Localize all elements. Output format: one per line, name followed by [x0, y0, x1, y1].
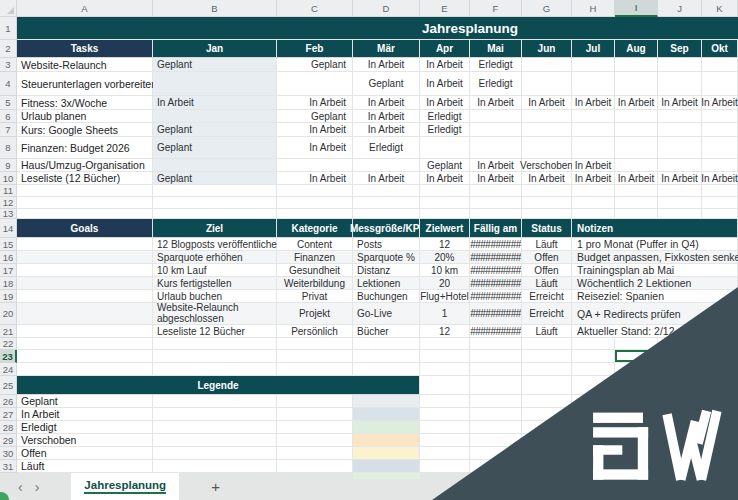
empty-cell[interactable]: [522, 338, 572, 350]
row-number[interactable]: 20: [0, 303, 17, 325]
task-status-cell[interactable]: [615, 159, 658, 172]
empty-cell[interactable]: [153, 421, 277, 434]
task-status-cell[interactable]: [702, 58, 738, 72]
empty-cell[interactable]: [277, 447, 353, 460]
empty-cell[interactable]: [277, 185, 353, 197]
task-status-cell[interactable]: [658, 58, 702, 72]
column-header-E[interactable]: E: [420, 0, 470, 17]
task-status-cell[interactable]: Verschoben: [522, 159, 572, 172]
empty-cell[interactable]: [277, 350, 353, 363]
task-status-cell[interactable]: [658, 137, 702, 159]
empty-cell[interactable]: [470, 363, 522, 376]
goal-faellig-am-cell[interactable]: ##########: [470, 303, 522, 325]
task-status-cell[interactable]: [420, 137, 470, 159]
task-status-cell[interactable]: In Arbeit: [572, 172, 615, 185]
empty-cell[interactable]: [615, 185, 658, 197]
legend-swatch-cell[interactable]: [353, 447, 420, 460]
month-header-Feb[interactable]: Feb: [277, 40, 353, 58]
task-name-cell[interactable]: Website-Relaunch: [17, 58, 153, 72]
empty-cell[interactable]: [17, 303, 153, 325]
empty-cell[interactable]: [17, 350, 153, 363]
goal-status-cell[interactable]: Erreicht: [522, 290, 572, 303]
legend-swatch-cell[interactable]: [353, 408, 420, 421]
task-status-cell[interactable]: Geplant: [353, 72, 420, 96]
row-number[interactable]: 9: [0, 159, 17, 172]
row-number[interactable]: 1: [0, 17, 17, 40]
empty-cell[interactable]: [470, 209, 522, 219]
goal-kpi-cell[interactable]: Distanz: [353, 264, 420, 277]
empty-cell[interactable]: [17, 264, 153, 277]
goal-faellig-am-cell[interactable]: ##########: [470, 251, 522, 264]
task-status-cell[interactable]: [153, 110, 277, 123]
task-status-cell[interactable]: In Arbeit: [702, 172, 738, 185]
task-status-cell[interactable]: Geplant: [153, 137, 277, 159]
empty-cell[interactable]: [702, 209, 738, 219]
task-status-cell[interactable]: In Arbeit: [470, 159, 522, 172]
empty-cell[interactable]: [277, 395, 353, 408]
legend-label-cell[interactable]: Erledigt: [17, 421, 153, 434]
task-status-cell[interactable]: Geplant: [153, 58, 277, 72]
month-header-Mai[interactable]: Mai: [470, 40, 522, 58]
sheet-title-cell[interactable]: Jahresplanung: [17, 17, 738, 40]
tasks-header-cell[interactable]: Tasks: [17, 40, 153, 58]
goal-ziel-cell[interactable]: 10 km Lauf: [153, 264, 277, 277]
task-status-cell[interactable]: [702, 72, 738, 96]
task-name-cell[interactable]: Kurs: Google Sheets: [17, 123, 153, 137]
empty-cell[interactable]: [153, 350, 277, 363]
row-number[interactable]: 3: [0, 58, 17, 72]
month-header-Okt[interactable]: Okt: [702, 40, 738, 58]
empty-cell[interactable]: [153, 363, 277, 376]
column-header-G[interactable]: G: [522, 0, 572, 17]
empty-cell[interactable]: [572, 350, 615, 363]
month-header-Apr[interactable]: Apr: [420, 40, 470, 58]
empty-cell[interactable]: [17, 185, 153, 197]
column-header-K[interactable]: K: [702, 0, 738, 17]
legend-label-cell[interactable]: In Arbeit: [17, 408, 153, 421]
goal-faellig-am-cell[interactable]: ##########: [470, 264, 522, 277]
task-status-cell[interactable]: [277, 72, 353, 96]
goal-zielwert-cell[interactable]: 20%: [420, 251, 470, 264]
empty-cell[interactable]: [420, 447, 470, 460]
empty-cell[interactable]: [17, 338, 153, 350]
task-status-cell[interactable]: In Arbeit: [470, 172, 522, 185]
task-status-cell[interactable]: In Arbeit: [470, 96, 522, 110]
row-number[interactable]: 19: [0, 290, 17, 303]
goal-zielwert-cell[interactable]: 1: [420, 303, 470, 325]
goal-status-cell[interactable]: Läuft: [522, 238, 572, 251]
legend-swatch-cell[interactable]: [353, 421, 420, 434]
empty-cell[interactable]: [153, 434, 277, 447]
row-number[interactable]: 21: [0, 325, 17, 338]
empty-cell[interactable]: [17, 197, 153, 209]
task-status-cell[interactable]: [702, 159, 738, 172]
row-number[interactable]: 11: [0, 185, 17, 197]
empty-cell[interactable]: [522, 350, 572, 363]
empty-cell[interactable]: [658, 197, 702, 209]
goals-col-faellig-am[interactable]: Fällig am: [470, 219, 522, 238]
empty-cell[interactable]: [420, 197, 470, 209]
task-status-cell[interactable]: In Arbeit: [420, 58, 470, 72]
task-status-cell[interactable]: [153, 159, 277, 172]
empty-cell[interactable]: [277, 338, 353, 350]
column-header-B[interactable]: B: [153, 0, 277, 17]
goals-col-status[interactable]: Status: [522, 219, 572, 238]
empty-cell[interactable]: [420, 434, 470, 447]
task-status-cell[interactable]: [353, 159, 420, 172]
task-status-cell[interactable]: In Arbeit: [353, 58, 420, 72]
empty-cell[interactable]: [153, 460, 277, 473]
goal-ziel-cell[interactable]: Leseliste 12 Bücher: [153, 325, 277, 338]
empty-cell[interactable]: [420, 408, 470, 421]
column-header-H[interactable]: H: [572, 0, 615, 17]
row-number[interactable]: 6: [0, 110, 17, 123]
goal-notizen-cell[interactable]: Trainingsplan ab Mai: [572, 264, 738, 277]
empty-cell[interactable]: [420, 421, 470, 434]
empty-cell[interactable]: [615, 209, 658, 219]
row-number[interactable]: 29: [0, 434, 17, 447]
goal-kategorie-cell[interactable]: Content: [277, 238, 353, 251]
task-status-cell[interactable]: In Arbeit: [658, 96, 702, 110]
empty-cell[interactable]: [153, 408, 277, 421]
task-status-cell[interactable]: In Arbeit: [353, 123, 420, 137]
column-header-D[interactable]: D: [353, 0, 420, 17]
goal-ziel-cell[interactable]: Kurs fertigstellen: [153, 277, 277, 290]
empty-cell[interactable]: [658, 209, 702, 219]
empty-cell[interactable]: [17, 363, 153, 376]
